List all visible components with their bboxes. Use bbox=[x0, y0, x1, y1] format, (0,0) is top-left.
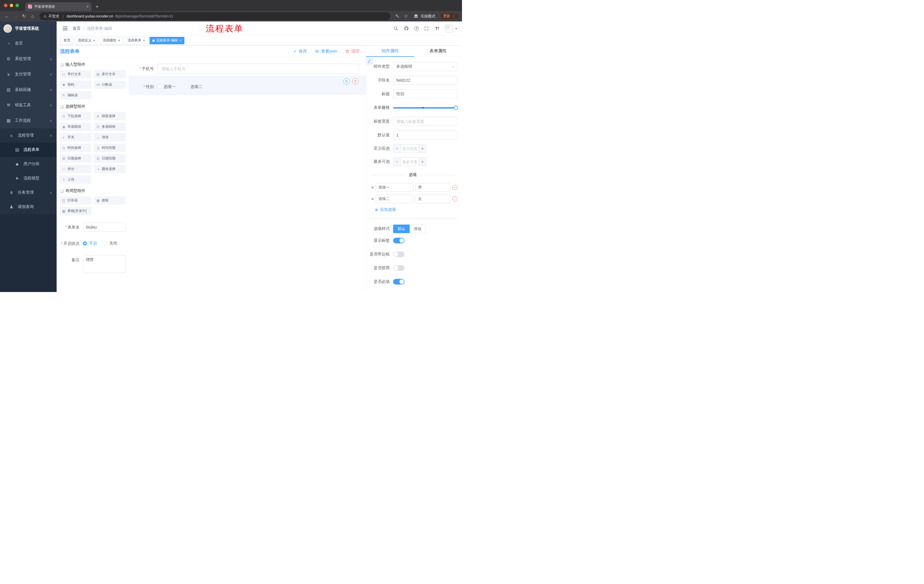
bookmark-star-icon[interactable]: ☆ bbox=[402, 12, 410, 20]
sidebar-item-task-management[interactable]: ⋔任务管理∨ bbox=[0, 186, 57, 200]
tab-form-props[interactable]: 表单属性 bbox=[414, 45, 462, 57]
palette-item-counter[interactable]: 123计数器 bbox=[94, 81, 126, 89]
required-switch[interactable] bbox=[393, 279, 404, 285]
palette-item-time-range[interactable]: ◶时间范围 bbox=[94, 144, 126, 152]
phone-input[interactable] bbox=[157, 64, 359, 74]
sidebar-item-process-management[interactable]: ≡流程管理∧ bbox=[0, 128, 57, 143]
password-key-icon[interactable] bbox=[393, 12, 401, 20]
chrome-update-button[interactable]: 更新 ⋮ bbox=[440, 13, 459, 20]
sidebar-item-process-model[interactable]: ➤流程模型 bbox=[0, 171, 57, 186]
palette-item-slider[interactable]: ↔滑块 bbox=[94, 133, 126, 141]
status-radio-open[interactable]: 开启 bbox=[83, 241, 97, 246]
tag-process-form[interactable]: 流程表单× bbox=[125, 37, 148, 44]
sidebar-item-process-form[interactable]: ▤流程表单 bbox=[0, 143, 57, 157]
label-width-input[interactable] bbox=[393, 117, 457, 126]
palette-item-color-picker[interactable]: ◑颜色选择 bbox=[94, 165, 126, 173]
search-icon[interactable] bbox=[393, 26, 399, 31]
tag-process-form-edit[interactable]: 流程表单-编辑× bbox=[150, 37, 185, 44]
home-icon[interactable]: ⌂ bbox=[29, 12, 36, 20]
border-switch[interactable] bbox=[393, 252, 404, 257]
sidebar-item-payment[interactable]: ¥支付管理∨ bbox=[0, 67, 57, 82]
clear-button[interactable]: 清空 bbox=[345, 49, 360, 54]
help-icon[interactable]: ? bbox=[414, 26, 419, 31]
palette-item-multi-line-text[interactable]: ▤多行文本 bbox=[94, 70, 126, 78]
tab-component-props[interactable]: 组件属性 bbox=[366, 45, 414, 57]
disabled-switch[interactable] bbox=[393, 265, 404, 271]
tag-close-icon[interactable]: × bbox=[143, 39, 145, 43]
delete-widget-button[interactable] bbox=[352, 78, 358, 85]
field-name-input[interactable] bbox=[393, 76, 457, 85]
sidebar-item-workflow[interactable]: ▦工作流程∧ bbox=[0, 113, 57, 128]
title-input[interactable] bbox=[393, 89, 457, 99]
sidebar-item-infrastructure[interactable]: ▥基础设施∨ bbox=[0, 82, 57, 97]
save-button[interactable]: ✓ 保存 bbox=[293, 49, 307, 54]
browser-tab[interactable]: 芋道管理系统 × bbox=[25, 2, 91, 11]
hamburger-icon[interactable] bbox=[63, 26, 68, 30]
palette-item-date-picker[interactable]: ⊞日期选择 bbox=[59, 154, 91, 163]
remove-option-button[interactable]: − bbox=[452, 185, 457, 190]
sidebar-item-user-group[interactable]: ☻用户分组 bbox=[0, 157, 57, 171]
increase-button[interactable]: + bbox=[419, 158, 426, 166]
copy-widget-button[interactable] bbox=[343, 78, 350, 85]
widget-phone[interactable]: *手机号 bbox=[129, 64, 366, 74]
address-bar[interactable]: ⚠ 不安全 | dashboard.yudao.iocoder.cn /bpm/… bbox=[40, 12, 391, 20]
grid-slider[interactable] bbox=[393, 103, 457, 112]
palette-item-password[interactable]: ✱密码 bbox=[59, 81, 91, 89]
sidebar-item-devtools[interactable]: ⚒研发工具∨ bbox=[0, 97, 57, 113]
palette-item-time-picker[interactable]: ◷时间选择 bbox=[59, 144, 91, 152]
forward-icon[interactable]: → bbox=[12, 12, 20, 20]
reload-icon[interactable]: ↻ bbox=[20, 12, 28, 20]
tag-process-model[interactable]: 流程模型× bbox=[100, 37, 123, 44]
palette-item-rate[interactable]: ☆评分 bbox=[59, 165, 91, 173]
palette-item-switch[interactable]: ◐开关 bbox=[59, 133, 91, 141]
min-select-input[interactable] bbox=[401, 145, 419, 153]
sidebar-item-leave-query[interactable]: ♟请假查询 bbox=[0, 200, 57, 214]
breadcrumb-home[interactable]: 首页 bbox=[73, 26, 81, 31]
style-button-button[interactable]: 按钮 bbox=[410, 225, 426, 233]
tag-close-icon[interactable]: × bbox=[118, 39, 120, 43]
status-radio-closed[interactable]: 关闭 bbox=[103, 241, 117, 246]
gender-option-1[interactable]: 选项一 bbox=[157, 84, 175, 89]
macos-close-button[interactable] bbox=[4, 4, 7, 7]
component-type-select[interactable]: 多选框组 ∨ bbox=[393, 62, 457, 71]
form-name-input[interactable] bbox=[83, 222, 126, 232]
option-value-input[interactable] bbox=[416, 183, 450, 192]
sidebar-item-system[interactable]: ⚙系统管理∨ bbox=[0, 51, 57, 67]
remove-option-button[interactable]: − bbox=[452, 196, 457, 201]
browser-menu-icon[interactable]: ⋮ bbox=[452, 14, 456, 18]
drag-handle-icon[interactable]: ≡ bbox=[371, 197, 374, 201]
github-icon[interactable] bbox=[404, 26, 409, 31]
tag-process-definition[interactable]: 流程定义× bbox=[75, 37, 98, 44]
palette-item-row-container[interactable]: ◫行容器 bbox=[59, 196, 91, 204]
user-avatar[interactable] bbox=[445, 25, 453, 33]
macos-zoom-button[interactable] bbox=[15, 4, 19, 7]
palette-item-date-range[interactable]: ⊟日期范围 bbox=[94, 154, 126, 163]
sidebar-item-home[interactable]: ◔首页 bbox=[0, 36, 57, 51]
option-label-input[interactable] bbox=[376, 183, 413, 192]
slider-handle[interactable] bbox=[454, 106, 458, 110]
palette-item-single-line-text[interactable]: ▭单行文本 bbox=[59, 70, 91, 78]
new-tab-button[interactable]: + bbox=[91, 2, 102, 11]
link-icon[interactable] bbox=[366, 58, 373, 64]
drag-handle-icon[interactable]: ≡ bbox=[371, 185, 374, 190]
tag-close-icon[interactable]: × bbox=[180, 39, 182, 43]
tag-close-icon[interactable]: × bbox=[93, 39, 95, 43]
macos-minimize-button[interactable] bbox=[10, 4, 13, 7]
tag-home[interactable]: 首页 bbox=[61, 37, 73, 44]
palette-item-radio-group[interactable]: ◉单选框组 bbox=[59, 123, 91, 131]
option-value-input[interactable] bbox=[416, 194, 450, 203]
increase-button[interactable]: + bbox=[419, 145, 426, 153]
font-size-icon[interactable]: TT bbox=[434, 26, 440, 31]
widget-gender-selected[interactable]: *性别 选项一选项二 bbox=[129, 76, 366, 95]
palette-item-editor[interactable]: ✎编辑器 bbox=[59, 91, 91, 99]
fullscreen-icon[interactable] bbox=[424, 26, 429, 31]
remark-textarea[interactable]: 嘿嘿 bbox=[83, 255, 126, 273]
palette-item-upload[interactable]: ⇧上传 bbox=[59, 175, 91, 184]
palette-item-checkbox-group[interactable]: ☑多选框组 bbox=[94, 123, 126, 131]
view-json-button[interactable]: 查看json bbox=[315, 49, 337, 54]
back-icon[interactable]: ← bbox=[3, 12, 11, 20]
style-default-button[interactable]: 默认 bbox=[393, 225, 410, 233]
palette-item-cascader[interactable]: ⋔级联选择 bbox=[94, 112, 126, 120]
palette-item-table[interactable]: ▦表格[开发中] bbox=[59, 207, 91, 215]
app-logo[interactable]: 芋道管理系统 bbox=[0, 21, 57, 36]
